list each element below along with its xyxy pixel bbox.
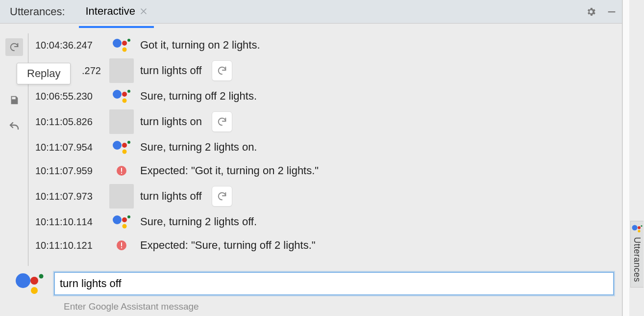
svg-point-18 <box>123 224 127 229</box>
svg-point-10 <box>122 143 127 148</box>
vertical-scrollbar[interactable] <box>622 0 629 316</box>
timestamp: 10:11:10.121 <box>34 240 103 251</box>
tabs-bar: Utterances: Interactive <box>0 0 622 24</box>
replay-tooltip: Replay <box>17 63 71 84</box>
svg-point-30 <box>641 225 642 227</box>
svg-point-4 <box>127 39 130 42</box>
assistant-logo-icon <box>112 214 131 229</box>
svg-rect-15 <box>121 173 122 174</box>
timestamp: 10:04:36.247 <box>34 40 103 51</box>
svg-point-29 <box>638 230 640 232</box>
log-row-error: 10:11:07.959 Expected: "Got it, turning … <box>34 159 614 183</box>
minimize-icon[interactable] <box>606 6 617 17</box>
row-replay-button[interactable] <box>212 111 232 132</box>
assistant-logo-icon <box>632 224 643 233</box>
error-icon <box>116 239 127 251</box>
assistant-logo-icon <box>112 89 131 104</box>
input-hint: Enter Google Assistant message <box>64 301 614 312</box>
log-row-assistant: 10:11:10.114 Sure, turning 2 lights off. <box>34 210 614 234</box>
close-icon[interactable] <box>140 8 147 15</box>
user-avatar-icon <box>109 184 134 209</box>
svg-rect-14 <box>121 168 122 172</box>
svg-point-11 <box>123 150 127 154</box>
svg-point-3 <box>123 48 127 52</box>
svg-point-23 <box>16 273 30 288</box>
svg-point-26 <box>39 274 44 279</box>
svg-point-5 <box>113 90 122 99</box>
message-text: turn lights off <box>140 190 202 203</box>
replay-button[interactable] <box>5 38 23 56</box>
message-text: turn lights off <box>140 64 202 77</box>
assistant-logo-icon <box>15 272 44 295</box>
timestamp: 10:11:10.114 <box>34 216 103 228</box>
message-text: Expected: "Sure, turning off 2 lights." <box>140 239 316 252</box>
tab-underline <box>79 26 154 28</box>
timestamp: 10:11:07.954 <box>34 142 103 153</box>
log-row-assistant: 10:11:07.954 Sure, turning 2 lights on. <box>34 135 614 159</box>
row-replay-button[interactable] <box>212 186 232 207</box>
message-text: turn lights on <box>140 115 202 128</box>
save-button[interactable] <box>5 91 23 109</box>
gear-icon[interactable] <box>586 6 596 17</box>
svg-point-19 <box>127 215 130 218</box>
log-content: 10:04:36.247 Got it, turning on 2 lights… <box>28 24 622 266</box>
log-row-user: .272 turn lights off <box>34 57 614 84</box>
log-row-assistant: 10:06:55.230 Sure, turning off 2 lights. <box>34 84 614 108</box>
svg-point-25 <box>31 287 38 294</box>
svg-point-16 <box>113 215 122 224</box>
svg-rect-0 <box>608 11 616 12</box>
log-row-user: 10:11:07.973 turn lights off <box>34 183 614 210</box>
svg-point-28 <box>638 226 641 229</box>
svg-point-24 <box>30 277 38 285</box>
timestamp: 10:11:07.973 <box>34 191 103 202</box>
side-tab-column: Utterances <box>629 0 644 316</box>
undo-button[interactable] <box>5 118 23 135</box>
svg-point-27 <box>632 225 637 231</box>
svg-rect-21 <box>121 242 122 246</box>
user-avatar-icon <box>109 58 134 83</box>
svg-point-2 <box>122 41 127 46</box>
message-input[interactable] <box>54 272 614 295</box>
panel-title: Utterances: <box>5 3 70 20</box>
left-gutter <box>0 24 28 266</box>
message-text: Sure, turning off 2 lights. <box>140 90 257 103</box>
assistant-logo-icon <box>112 38 131 53</box>
timestamp: 10:11:07.959 <box>34 165 103 177</box>
svg-point-7 <box>123 99 127 103</box>
message-text: Sure, turning 2 lights on. <box>140 141 257 154</box>
svg-rect-22 <box>121 247 122 248</box>
log-row-assistant: 10:04:36.247 Got it, turning on 2 lights… <box>34 33 614 57</box>
tab-interactive[interactable]: Interactive <box>79 1 154 23</box>
message-text: Expected: "Got it, turning on 2 lights." <box>140 164 319 177</box>
svg-point-6 <box>122 92 127 97</box>
log-row-user: 10:11:05.826 turn lights on <box>34 108 614 135</box>
message-text: Got it, turning on 2 lights. <box>140 39 260 52</box>
svg-point-1 <box>113 39 122 48</box>
timestamp: 10:11:05.826 <box>34 116 103 128</box>
message-text: Sure, turning 2 lights off. <box>140 215 257 228</box>
svg-point-9 <box>113 141 122 150</box>
timestamp: 10:06:55.230 <box>34 91 103 102</box>
input-area: Enter Google Assistant message <box>0 266 622 316</box>
log-row-error: 10:11:10.121 Expected: "Sure, turning of… <box>34 234 614 257</box>
row-replay-button[interactable] <box>212 60 232 81</box>
user-avatar-icon <box>109 109 134 134</box>
side-tab-label: Utterances <box>632 237 642 282</box>
assistant-logo-icon <box>112 140 131 155</box>
svg-point-12 <box>127 141 130 144</box>
main-panel: Utterances: Interactive <box>0 0 622 316</box>
svg-point-17 <box>122 217 127 222</box>
error-icon <box>116 165 127 177</box>
side-tab-utterances[interactable]: Utterances <box>630 221 644 288</box>
tab-label: Interactive <box>86 5 136 18</box>
svg-point-8 <box>127 90 130 93</box>
